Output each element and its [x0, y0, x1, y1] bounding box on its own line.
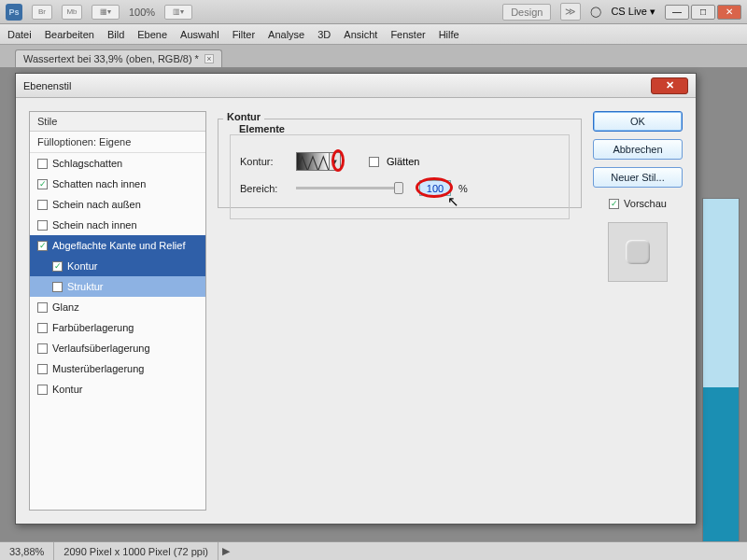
smooth-label: Glätten	[387, 156, 419, 167]
style-item-7[interactable]: Glanz	[30, 297, 205, 317]
style-item-label: Abgeflachte Kante und Relief	[52, 240, 186, 251]
style-checkbox[interactable]	[37, 323, 48, 333]
settings-panel: Kontur Elemente Kontur: ▼	[218, 111, 582, 511]
zoom-label: 100%	[129, 7, 155, 18]
menu-analyse[interactable]: Analyse	[268, 29, 304, 40]
style-item-label: Glanz	[52, 301, 79, 313]
style-item-label: Schatten nach innen	[52, 178, 146, 189]
style-item-10[interactable]: Musterüberlagerung	[30, 358, 205, 379]
new-style-button[interactable]: Neuer Stil...	[593, 167, 683, 188]
dialog-close-button[interactable]: ✕	[651, 77, 688, 94]
minibridge-pill[interactable]: Mb	[62, 5, 82, 20]
layer-style-dialog: Ebenenstil ✕ Stile Fülloptionen: Eigene …	[15, 73, 697, 525]
menu-bar: Datei Bearbeiten Bild Ebene Auswahl Filt…	[0, 24, 747, 45]
document-tab[interactable]: Wassertext bei 33,9% (oben, RGB/8) * ×	[15, 49, 222, 67]
style-item-label: Schlagschatten	[52, 158, 122, 169]
menu-hilfe[interactable]: Hilfe	[439, 29, 459, 40]
range-slider-thumb[interactable]	[394, 182, 403, 194]
status-menu-arrow[interactable]: ▶	[218, 545, 233, 557]
style-item-3[interactable]: Schein nach innen	[30, 215, 205, 235]
style-checkbox[interactable]	[52, 261, 63, 272]
preview-swatch	[608, 222, 668, 282]
arrange-icon[interactable]: ▥▾	[164, 5, 192, 20]
bridge-pill[interactable]: Br	[32, 5, 52, 20]
style-item-label: Musterüberlagerung	[52, 363, 144, 374]
app-toolbar: Ps Br Mb ▦▾ 100% ▥▾ Design ≫ ◯ CS Live ▾…	[0, 0, 747, 24]
close-tab-icon[interactable]: ×	[204, 54, 214, 63]
style-checkbox[interactable]	[37, 200, 48, 210]
style-item-label: Kontur	[67, 260, 97, 272]
app-logo: Ps	[6, 4, 22, 21]
style-item-0[interactable]: Schlagschatten	[30, 153, 205, 174]
window-minimize[interactable]: —	[665, 5, 689, 20]
cslive-menu[interactable]: CS Live ▾	[611, 6, 655, 18]
style-checkbox[interactable]	[37, 385, 48, 395]
style-item-8[interactable]: Farbüberlagerung	[30, 317, 205, 338]
style-checkbox[interactable]	[37, 364, 48, 374]
menu-3d[interactable]: 3D	[317, 29, 331, 40]
preview-label: Vorschau	[624, 198, 667, 209]
style-item-label: Schein nach innen	[52, 219, 137, 231]
style-checkbox[interactable]	[37, 343, 48, 354]
style-item-6[interactable]: Struktur	[30, 276, 205, 297]
style-checkbox[interactable]	[37, 220, 48, 231]
range-label: Bereich:	[240, 183, 289, 194]
fill-options-row[interactable]: Fülloptionen: Eigene	[30, 132, 205, 153]
contour-dropdown-arrow[interactable]: ▼	[330, 152, 341, 171]
window-maximize[interactable]: □	[691, 5, 715, 20]
style-checkbox[interactable]	[37, 179, 48, 189]
style-item-label: Kontur	[52, 384, 82, 395]
style-item-label: Schein nach außen	[52, 199, 141, 210]
menu-auswahl[interactable]: Auswahl	[180, 29, 219, 40]
document-preview-sliver	[702, 198, 740, 543]
screen-mode-icon[interactable]: ▦▾	[92, 5, 120, 20]
styles-header[interactable]: Stile	[30, 112, 205, 132]
dialog-titlebar[interactable]: Ebenenstil ✕	[16, 74, 696, 98]
document-tabs: Wassertext bei 33,9% (oben, RGB/8) * ×	[0, 45, 747, 67]
style-item-label: Struktur	[67, 281, 104, 292]
style-checkbox[interactable]	[37, 302, 48, 313]
style-item-9[interactable]: Verlaufsüberlagerung	[30, 338, 205, 358]
menu-ebene[interactable]: Ebene	[137, 29, 167, 40]
menu-datei[interactable]: Datei	[7, 29, 32, 40]
dialog-buttons: OK Abbrechen Neuer Stil... Vorschau	[593, 111, 683, 511]
menu-ansicht[interactable]: Ansicht	[344, 29, 377, 40]
dialog-title: Ebenenstil	[23, 80, 71, 91]
contour-label: Kontur:	[240, 156, 289, 167]
style-checkbox[interactable]	[37, 241, 48, 251]
status-bar: 33,88% 2090 Pixel x 1000 Pixel (72 ppi) …	[0, 541, 747, 560]
document-tab-title: Wassertext bei 33,9% (oben, RGB/8) *	[23, 53, 199, 64]
menu-fenster[interactable]: Fenster	[390, 29, 425, 40]
style-item-2[interactable]: Schein nach außen	[30, 194, 205, 215]
subgroup-title-elemente: Elemente	[235, 123, 289, 134]
style-item-label: Farbüberlagerung	[52, 322, 134, 333]
styles-list: Stile Fülloptionen: Eigene Schlagschatte…	[29, 111, 206, 511]
style-checkbox[interactable]	[52, 282, 63, 292]
preview-checkbox[interactable]	[609, 199, 619, 209]
style-item-1[interactable]: Schatten nach innen	[30, 174, 205, 194]
status-dimensions[interactable]: 2090 Pixel x 1000 Pixel (72 ppi)	[54, 542, 218, 560]
menu-bild[interactable]: Bild	[107, 29, 124, 40]
range-slider[interactable]	[296, 187, 399, 189]
cancel-button[interactable]: Abbrechen	[593, 139, 683, 160]
contour-picker[interactable]	[296, 152, 330, 171]
range-value-input[interactable]	[419, 180, 451, 196]
percent-label: %	[458, 183, 468, 194]
status-zoom[interactable]: 33,88%	[0, 542, 54, 560]
ok-button[interactable]: OK	[593, 111, 683, 132]
design-button[interactable]: Design	[502, 4, 551, 21]
style-item-5[interactable]: Kontur	[30, 256, 205, 276]
style-item-label: Verlaufsüberlagerung	[52, 343, 150, 354]
expand-button[interactable]: ≫	[560, 3, 581, 21]
window-close[interactable]: ✕	[717, 5, 741, 20]
style-item-4[interactable]: Abgeflachte Kante und Relief	[30, 235, 205, 256]
style-checkbox[interactable]	[37, 159, 48, 169]
menu-filter[interactable]: Filter	[233, 29, 255, 40]
smooth-checkbox[interactable]	[369, 157, 379, 167]
menu-bearbeiten[interactable]: Bearbeiten	[45, 29, 94, 40]
group-title-kontur: Kontur	[223, 111, 264, 122]
style-item-11[interactable]: Kontur	[30, 379, 205, 399]
